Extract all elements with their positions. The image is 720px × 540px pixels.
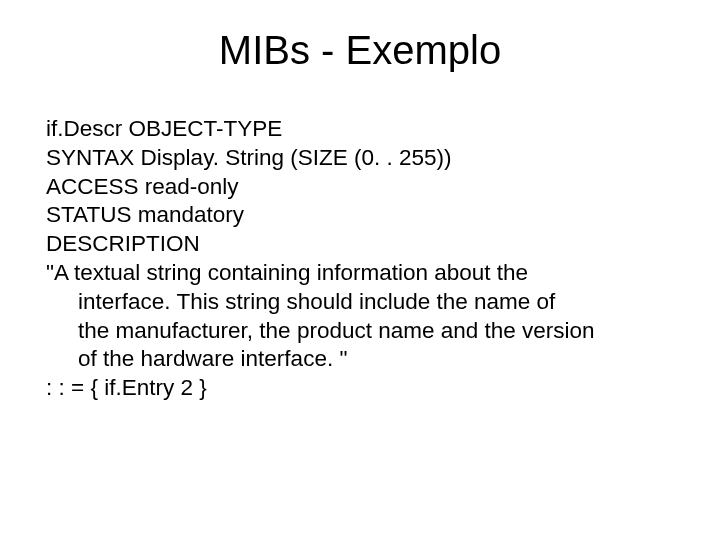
slide-title: MIBs - Exemplo xyxy=(46,28,674,73)
code-line: SYNTAX Display. String (SIZE (0. . 255)) xyxy=(46,144,674,173)
code-line: : : = { if.Entry 2 } xyxy=(46,374,674,403)
code-line: interface. This string should include th… xyxy=(46,288,674,317)
code-line: ACCESS read-only xyxy=(46,173,674,202)
code-line: "A textual string containing information… xyxy=(46,259,674,288)
slide-body: if.Descr OBJECT-TYPE SYNTAX Display. Str… xyxy=(46,115,674,403)
code-line: STATUS mandatory xyxy=(46,201,674,230)
code-line: if.Descr OBJECT-TYPE xyxy=(46,115,674,144)
code-line: DESCRIPTION xyxy=(46,230,674,259)
code-line: the manufacturer, the product name and t… xyxy=(46,317,674,346)
slide: MIBs - Exemplo if.Descr OBJECT-TYPE SYNT… xyxy=(0,0,720,540)
code-line: of the hardware interface. " xyxy=(46,345,674,374)
